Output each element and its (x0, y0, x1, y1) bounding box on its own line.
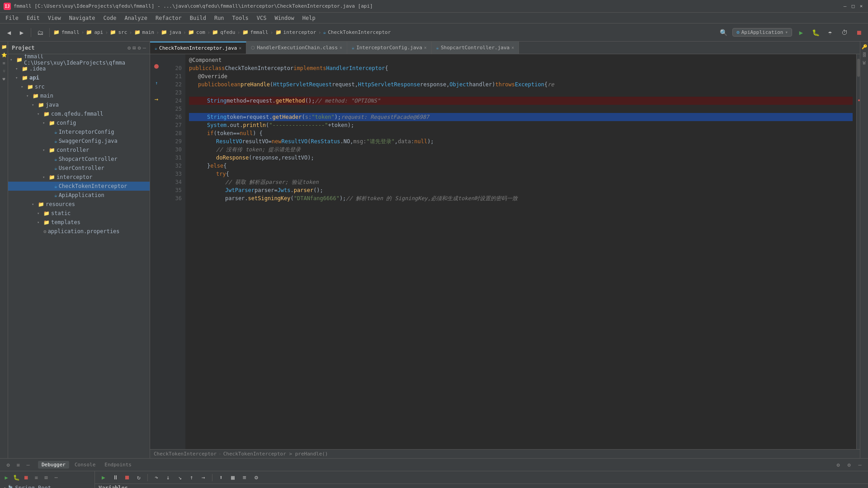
project-filter-icon[interactable]: ⊞ (132, 45, 136, 51)
tree-resources[interactable]: ▾ 📁 resources (8, 200, 150, 209)
tree-shopcart[interactable]: ☕ ShopcartController (8, 155, 150, 164)
tab-close-4[interactable]: × (511, 45, 514, 50)
minimize-btn[interactable]: – (842, 3, 848, 9)
menu-edit[interactable]: Edit (23, 14, 43, 22)
expand-java[interactable]: ▾ (32, 103, 37, 107)
tab-close-2[interactable]: × (340, 45, 342, 50)
debug-resume-btn[interactable]: ▶ (99, 473, 108, 483)
debug-stop-btn[interactable]: ⏹ (122, 473, 132, 483)
tree-interceptor[interactable]: ▾ 📁 interceptor (8, 173, 150, 182)
breadcrumb-fmmall[interactable]: fmmall (61, 29, 80, 35)
expand-main[interactable]: ▾ (26, 94, 32, 98)
srv-more-btn[interactable]: ⋯ (52, 473, 61, 482)
menu-help[interactable]: Help (299, 14, 319, 22)
menu-vcs[interactable]: VCS (253, 14, 270, 22)
breadcrumb-fmmall2[interactable]: fmmall (250, 29, 269, 35)
bookmark-icon[interactable]: ⭐ (1, 52, 7, 58)
run-cursor-btn[interactable]: → (198, 473, 208, 483)
back-btn[interactable]: ◀ (4, 27, 14, 38)
menu-build[interactable]: Build (186, 14, 210, 22)
tree-config[interactable]: ▾ 📁 config (8, 118, 150, 127)
srv-springboot[interactable]: ▾ 🍃 Spring Boot (2, 484, 93, 488)
project-gear-icon[interactable]: ⚙ (138, 45, 141, 51)
srv-debug-btn[interactable]: 🐛 (12, 473, 21, 482)
key-promoter-icon[interactable]: 🔑 (861, 43, 868, 50)
tab-console[interactable]: Console (71, 461, 99, 469)
tab-endpoints[interactable]: Endpoints (101, 461, 135, 469)
panel-settings-btn[interactable]: ⚙ (834, 460, 843, 469)
search-btn[interactable]: 🔍 (718, 27, 729, 38)
expand-src[interactable]: ▾ (21, 84, 26, 89)
step-over-btn[interactable]: ↷ (151, 473, 161, 483)
settings-debug-btn[interactable]: ⚙ (251, 473, 261, 483)
recent-files-btn[interactable]: 🗂 (35, 27, 46, 38)
tree-swaggerconfig[interactable]: ☕ SwaggerConfig.java (8, 136, 150, 145)
menu-view[interactable]: View (44, 14, 65, 22)
menu-run[interactable]: Run (211, 14, 228, 22)
tree-api[interactable]: ▾ 📁 api (8, 73, 150, 82)
expand-com[interactable]: ▾ (37, 112, 42, 116)
stop-btn[interactable]: ⏹ (854, 27, 864, 38)
breadcrumb-src[interactable]: src (118, 29, 127, 35)
menu-window[interactable]: Window (271, 14, 297, 22)
tree-interceptorconfig[interactable]: ☕ InterceptorConfig (8, 127, 150, 136)
maximize-btn[interactable]: □ (850, 3, 856, 9)
step-smart-btn[interactable]: ↘ (175, 473, 185, 483)
menu-code[interactable]: Code (100, 14, 120, 22)
tree-java[interactable]: ▾ 📁 java (8, 100, 150, 109)
run-btn[interactable]: ▶ (796, 27, 807, 38)
database-icon[interactable]: 🗄 (861, 52, 868, 58)
expand-fmmall[interactable]: ▾ (10, 57, 15, 62)
breakpoints-btn[interactable]: ▦ (228, 473, 238, 483)
expand-resources[interactable]: ▾ (32, 202, 37, 206)
breadcrumb-main[interactable]: main (142, 29, 155, 35)
expand-interceptor[interactable]: ▾ (42, 175, 48, 179)
eval-btn[interactable]: ⬆ (216, 473, 226, 483)
step-out-btn[interactable]: ↑ (187, 473, 197, 483)
run-config-selector[interactable]: ⚙ ApiApplication ▾ (732, 28, 792, 37)
tab-shopcart[interactable]: ☕ ShopcartController.java × (432, 42, 519, 54)
expand-static[interactable]: ▾ (37, 211, 42, 216)
menu-tools[interactable]: Tools (229, 14, 252, 22)
project-close-icon[interactable]: — (143, 45, 146, 51)
breadcrumb-interceptor[interactable]: interceptor (283, 29, 316, 35)
srv-run-btn[interactable]: ▶ (2, 473, 11, 482)
panel-gear-btn[interactable]: ⚙ (844, 460, 854, 469)
tree-user[interactable]: ☕ UserController (8, 164, 150, 173)
tab-handlerchain[interactable]: ⬡ HandlerExecutionChain.class × (246, 42, 347, 54)
srv-layout-btn[interactable]: ⊞ (42, 473, 51, 482)
profile-btn[interactable]: ⏱ (839, 27, 850, 38)
close-btn[interactable]: × (858, 3, 864, 9)
srv-stop-btn[interactable]: ⏹ (22, 473, 31, 482)
project-icon[interactable]: 📁 (1, 43, 7, 50)
project-settings-icon[interactable]: ⚙ (127, 45, 131, 51)
favorites-icon[interactable]: ♥ (1, 76, 7, 82)
git-icon[interactable]: ⑂ (1, 68, 7, 74)
breadcrumb-api[interactable]: api (94, 29, 103, 35)
expand-springboot[interactable]: ▾ (4, 486, 6, 488)
breadcrumb-qfedu[interactable]: qfedu (220, 29, 235, 35)
tree-checktoken[interactable]: ☕ CheckTokenInterceptor (8, 182, 150, 191)
expand-config[interactable]: ▾ (42, 121, 48, 125)
menu-navigate[interactable]: Navigate (66, 14, 99, 22)
services-settings-btn[interactable]: ⚙ (4, 460, 13, 469)
structure-icon[interactable]: ≡ (1, 60, 7, 66)
tab-close-3[interactable]: × (424, 45, 427, 50)
tab-close-1[interactable]: × (239, 46, 241, 51)
breadcrumb-checktoken[interactable]: CheckTokenInterceptor (328, 29, 391, 35)
editor-scrollbar[interactable] (856, 54, 860, 449)
services-close-btn[interactable]: — (24, 460, 33, 469)
breadcrumb-com[interactable]: com (196, 29, 205, 35)
tree-com[interactable]: ▾ 📁 com.qfedu.fmmall (8, 109, 150, 118)
tree-controller[interactable]: ▾ 📁 controller (8, 145, 150, 155)
panel-minimize-btn[interactable]: — (855, 460, 864, 469)
tree-static[interactable]: ▾ 📁 static (8, 209, 150, 218)
breakpoint-20[interactable] (154, 64, 159, 69)
debug-pause-btn[interactable]: ⏸ (110, 473, 120, 483)
expand-api[interactable]: ▾ (15, 75, 21, 80)
forward-btn[interactable]: ▶ (16, 27, 27, 38)
title-controls[interactable]: – □ × (842, 3, 864, 9)
tab-debugger[interactable]: Debugger (38, 461, 69, 469)
tree-fmmall[interactable]: ▾ 📁 fmmall C:\Users\xuy\IdeaProjects\qfm… (8, 55, 150, 64)
breadcrumb-java[interactable]: java (169, 29, 181, 35)
